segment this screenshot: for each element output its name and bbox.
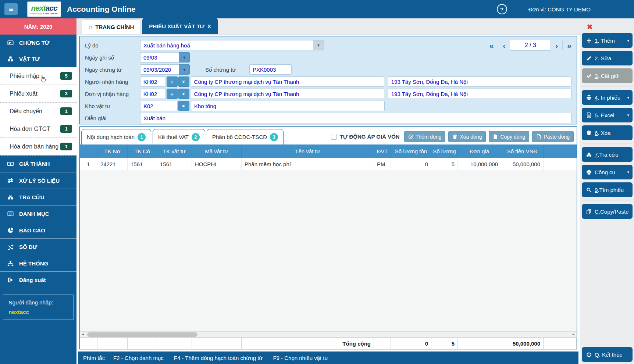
nguoi-nhan-address-input[interactable]: 193 Tây Sơn, Đống Đa, Hà Nội [388, 76, 571, 87]
scroll-right-icon[interactable]: ▸ [573, 332, 574, 336]
login-label: Người đăng nhập: [8, 299, 68, 306]
sidebar-item-hoa-don-ban-hang[interactable]: Hóa đơn bán hàng 1 [0, 138, 76, 156]
delete-row-button[interactable]: Xóa dòng [448, 131, 486, 142]
dien-giai-input[interactable]: Xuất bán [140, 113, 571, 123]
sidebar-item-dang-xuat[interactable]: Đăng xuất [0, 271, 76, 288]
kho-name-input[interactable]: Kho tổng [191, 101, 385, 111]
nguoi-nhan-code-input[interactable]: KH02 [140, 76, 166, 87]
sidebar-item-gia-thanh[interactable]: GIÁ THÀNH [0, 156, 76, 172]
hamburger-menu-icon[interactable]: ≡ [4, 3, 18, 15]
doc-card-icon [6, 40, 15, 46]
logo-powered-by: Powered by ▲ANA ONLINE [30, 13, 58, 15]
count-badge: 1 [60, 143, 72, 150]
sidebar-item-phieu-xuat[interactable]: Phiếu xuất 3 [0, 85, 76, 103]
help-icon[interactable]: ? [497, 4, 507, 14]
first-record-button[interactable]: « [489, 42, 494, 49]
them-button[interactable]: 1. Thêm ▾ [582, 33, 633, 48]
copy-paste-button[interactable]: C.Copy/Paste [582, 204, 633, 219]
tim-phieu-button[interactable]: 9.Tìm phiếu [582, 182, 633, 197]
scrollbar-thumb[interactable] [87, 332, 197, 337]
ngay-chung-tu-calendar-icon[interactable]: ▾ [179, 64, 190, 75]
pie-chart-icon [6, 227, 15, 233]
sidebar-item-bao-cao[interactable]: BÁO CÁO [0, 222, 76, 238]
tab-phieu-xuat-vat-tu[interactable]: PHIẾU XUẤT VẬT TƯ X [142, 18, 218, 34]
tab-badge: 3 [270, 133, 278, 141]
so-chung-tu-input[interactable]: PXK0003 [249, 64, 292, 75]
add-customer-icon[interactable]: + [167, 76, 178, 87]
sidebar-item-tra-cuu[interactable]: TRA CỨU [0, 189, 76, 205]
don-vi-nhan-name-input[interactable]: Công ty CP thương mại dịch vụ Tân Thanh [191, 89, 384, 99]
voucher-form-panel: Lý do Xuất bán hàng hoá ▾ « ‹ 2 / 3 › » … [79, 36, 577, 124]
ket-thuc-button[interactable]: Q. Kết thúc [582, 347, 633, 362]
sidebar-item-phieu-nhap[interactable]: Phiếu nhập 5 [0, 67, 76, 85]
field-label-ngay-chung-tu: Ngày chứng từ [85, 67, 140, 73]
ly-do-input[interactable]: Xuất bán hàng hoá [140, 40, 313, 50]
sync-icon: ⇄ [6, 177, 15, 184]
total-amount: 50,000,000 [501, 338, 544, 349]
tab-ke-thue-vat[interactable]: Kê thuế VAT 2 [153, 129, 205, 144]
next-record-button[interactable]: › [555, 42, 558, 49]
caret-down-icon: ▾ [627, 38, 629, 43]
binoculars-icon [586, 152, 592, 157]
add-row-button[interactable]: Thêm dòng [404, 131, 446, 142]
xoa-button[interactable]: 6. Xóa [582, 125, 633, 140]
caret-down-icon: ▾ [627, 113, 629, 118]
kho-code-input[interactable]: K02 [140, 101, 178, 111]
tab-home[interactable]: ⌂ TRANG CHÍNH [82, 19, 141, 34]
check-circle-icon [408, 134, 413, 139]
sidebar-item-hoa-don-gtgt[interactable]: Hóa đơn GTGT 1 [0, 120, 76, 138]
cong-cu-button[interactable]: Công cụ ▾ [582, 165, 633, 179]
nguoi-nhan-name-input[interactable]: Công ty CP thương mại dịch vụ Tân Thanh [191, 76, 384, 87]
sua-button[interactable]: 2. Sửa [582, 51, 633, 65]
caret-down-icon: ▾ [627, 170, 629, 175]
sidebar-item-so-du[interactable]: SỐ DƯ [0, 238, 76, 255]
tab-noi-dung-hach-toan[interactable]: Nội dung hạch toán 1 [81, 129, 151, 144]
table-row[interactable]: 1 24221 1561 1561 HOCPHI Phần mềm học ph… [80, 158, 577, 170]
sidebar-item-danh-muc[interactable]: DANH MỤC [0, 205, 76, 222]
in-phieu-button[interactable]: 4. In phiếu ▾ [582, 90, 633, 105]
field-label-nguoi-nhan-hang: Người nhận hàng [85, 79, 140, 85]
tra-cuu-button[interactable]: 7.Tra cứu [582, 147, 633, 162]
close-tab-icon[interactable]: ✖ [587, 22, 593, 31]
cat-giu-button[interactable]: 3. Cất giữ [582, 68, 633, 83]
ngay-chung-tu-input[interactable]: 09/03/2020 [140, 64, 179, 75]
list-icon [6, 211, 15, 217]
prev-record-button[interactable]: ‹ [503, 42, 505, 49]
don-vi-nhan-expand-icon[interactable]: » [178, 89, 189, 99]
field-label-dien-giai: Diễn giải [85, 115, 140, 121]
nguoi-nhan-expand-icon[interactable]: » [178, 76, 189, 87]
shuffle-icon [6, 244, 15, 250]
copy-row-button[interactable]: Copy dòng [489, 131, 529, 142]
ngay-ghi-so-input[interactable]: 09/03 [140, 52, 179, 63]
printer-icon [586, 169, 592, 175]
tab-badge: 2 [192, 133, 200, 141]
tab-strip: NĂM: 2020 ⌂ TRANG CHÍNH PHIẾU XUẤT VẬT T… [0, 18, 634, 35]
count-badge: 3 [60, 90, 72, 97]
don-vi-nhan-code-input[interactable]: KH02 [140, 89, 166, 99]
paste-row-button[interactable]: Paste dòng [532, 131, 574, 142]
count-badge: 1 [60, 125, 72, 133]
excel-button[interactable]: 5. Excel ▾ [582, 108, 633, 122]
app-window: ≡ nextacc Powered by ▲ANA ONLINE Account… [0, 0, 634, 364]
tab-phan-bo-ccdc-tscd[interactable]: Phân bổ CCDC-TSCĐ 3 [207, 129, 284, 144]
count-badge: 5 [60, 72, 72, 80]
logo-part2: acc [46, 4, 57, 12]
auto-cost-price-checkbox[interactable] [331, 134, 337, 140]
sidebar-item-xu-ly-so-lieu[interactable]: ⇄ XỬ LÝ SỐ LIỆU [0, 172, 76, 189]
last-record-button[interactable]: » [567, 42, 571, 49]
record-position-indicator[interactable]: 2 / 3 [510, 40, 551, 51]
tab-close-icon[interactable]: X [207, 23, 211, 29]
plus-icon [586, 38, 592, 43]
sidebar-item-dieu-chuyen[interactable]: Điều chuyển 1 [0, 103, 76, 120]
add-unit-icon[interactable]: + [167, 89, 178, 99]
horizontal-scrollbar[interactable]: ◂ ▸ [80, 331, 577, 338]
scroll-left-icon[interactable]: ◂ [82, 332, 84, 336]
kho-expand-icon[interactable]: » [178, 101, 189, 111]
sidebar-item-he-thong[interactable]: HỆ THỐNG [0, 255, 76, 271]
sidebar-item-chung-tu[interactable]: CHỨNG TỪ [0, 35, 76, 51]
ngay-ghi-so-calendar-icon[interactable]: ▾ [179, 52, 190, 63]
don-vi-nhan-address-input[interactable]: 193 Tây Sơn, Đống Đa, Hà Nội [388, 89, 571, 99]
excel-icon [586, 113, 592, 118]
ly-do-dropdown-icon[interactable]: ▾ [313, 40, 324, 50]
sidebar-item-vat-tu[interactable]: VẬT TƯ [0, 51, 76, 67]
